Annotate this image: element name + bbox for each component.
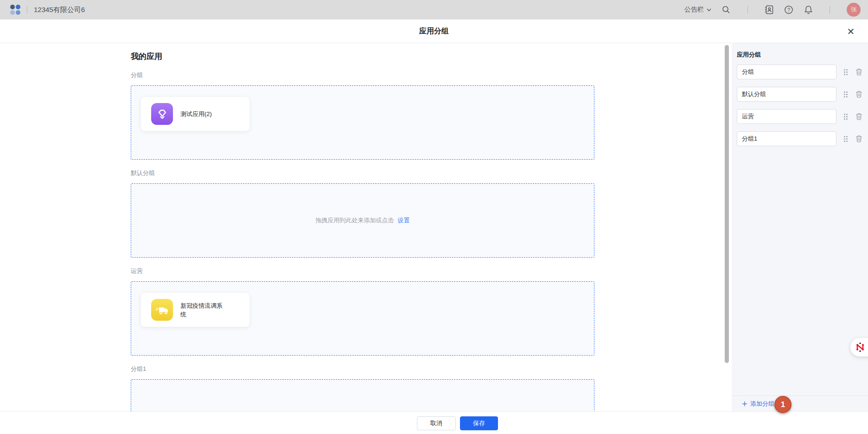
drop-hint: 拖拽应用到此处来添加或点击 设置 [131, 184, 594, 257]
group-section-label: 默认分组 [131, 169, 594, 177]
add-group-button[interactable]: 添加分组 [742, 400, 774, 408]
top-app-bar: 12345有限公司6 公告栏 [0, 0, 868, 19]
drop-hint: 拖拽应用到此处来添加或点击 设置 [131, 380, 594, 411]
contacts-icon[interactable] [765, 5, 774, 14]
add-group-label: 添加分组 [750, 400, 774, 408]
close-icon[interactable]: ✕ [846, 26, 856, 37]
group-manager-sidebar: 应用分组 [732, 43, 868, 411]
group-row [737, 87, 868, 102]
group-name-input[interactable] [737, 109, 836, 124]
notification-bell-icon[interactable] [804, 5, 813, 14]
save-button[interactable]: 保存 [460, 416, 498, 430]
plus-icon [742, 401, 747, 407]
node-graph-icon [855, 342, 865, 352]
page-title: 我的应用 [131, 51, 594, 62]
topbar-divider [747, 6, 748, 13]
delete-group-icon[interactable] [855, 135, 863, 143]
modal-header: 应用分组 ✕ [0, 19, 868, 43]
announcement-label: 公告栏 [684, 6, 704, 14]
group-name-input[interactable] [737, 87, 836, 102]
drop-zone-group-2[interactable]: 新冠疫情流调系统 [131, 281, 594, 356]
my-apps-panel: 我的应用 分组 测试应用(2) 默认分组 拖拽应用到此处来添加或点击 设置 [0, 43, 725, 411]
group-name-input[interactable] [737, 65, 836, 79]
chevron-down-icon [707, 8, 711, 12]
company-name: 12345有限公司6 [34, 6, 85, 14]
group-section-label: 分组1 [131, 365, 594, 373]
app-card[interactable]: 新冠疫情流调系统 [141, 293, 249, 327]
drag-handle-icon[interactable] [842, 68, 849, 76]
modal-title: 应用分组 [419, 26, 449, 36]
scrollbar-track [723, 43, 730, 411]
drop-zone-group-0[interactable]: 测试应用(2) [131, 85, 594, 160]
settings-link[interactable]: 设置 [398, 216, 410, 225]
truck-app-icon [151, 299, 173, 321]
sidebar-title: 应用分组 [737, 51, 868, 59]
drop-zone-group-3[interactable]: 拖拽应用到此处来添加或点击 设置 [131, 379, 594, 411]
svg-text:?: ? [787, 7, 790, 13]
group-row [737, 131, 868, 146]
app-card-label: 新冠疫情流调系统 [180, 301, 228, 319]
annotation-badge-1[interactable]: 1 [774, 396, 791, 413]
drag-handle-icon[interactable] [842, 113, 849, 120]
delete-group-icon[interactable] [855, 90, 863, 98]
cancel-button[interactable]: 取消 [417, 416, 456, 430]
search-icon[interactable] [721, 5, 731, 14]
group-section-label: 分组 [131, 71, 594, 79]
app-card[interactable]: 测试应用(2) [141, 97, 249, 131]
help-icon[interactable]: ? [784, 5, 793, 14]
app-logo-icon[interactable] [10, 5, 20, 15]
drag-handle-icon[interactable] [842, 135, 849, 143]
topbar-divider [27, 6, 27, 13]
sidebar-footer: 添加分组 [732, 395, 868, 411]
group-row [737, 65, 868, 79]
announcement-dropdown[interactable]: 公告栏 [684, 6, 711, 14]
edge-assistant-widget[interactable] [850, 338, 868, 356]
drop-zone-group-1[interactable]: 拖拽应用到此处来添加或点击 设置 [131, 183, 594, 258]
topbar-divider [830, 6, 830, 13]
scrollbar-thumb[interactable] [725, 45, 729, 363]
group-name-input[interactable] [737, 131, 836, 146]
gem-app-icon [151, 103, 173, 125]
user-avatar[interactable]: 张 [847, 3, 861, 17]
group-section-label: 运营 [131, 267, 594, 275]
delete-group-icon[interactable] [855, 112, 863, 121]
group-row [737, 109, 868, 124]
delete-group-icon[interactable] [855, 68, 863, 76]
drop-hint-text: 拖拽应用到此处来添加或点击 [316, 216, 394, 225]
modal-footer: 取消 保存 [0, 411, 868, 434]
app-card-label: 测试应用(2) [180, 110, 228, 118]
drag-handle-icon[interactable] [842, 91, 849, 98]
